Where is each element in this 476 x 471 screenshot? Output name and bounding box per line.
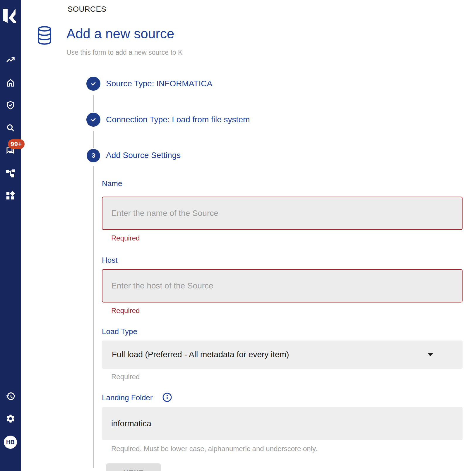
host-input[interactable] <box>102 269 463 302</box>
step-3-number: 3 <box>92 152 95 159</box>
step-1-label[interactable]: Source Type: INFORMATICA <box>106 77 212 91</box>
next-button[interactable]: NEXT <box>106 463 161 471</box>
step-connector <box>93 131 94 148</box>
chevron-down-icon <box>427 353 433 356</box>
name-input[interactable] <box>102 197 463 230</box>
landing-folder-helper: Required. Must be lower case, alphanumer… <box>111 445 317 453</box>
step-2-label[interactable]: Connection Type: Load from file system <box>106 113 250 127</box>
search-icon[interactable] <box>4 121 17 135</box>
breadcrumb: SOURCES <box>68 5 106 14</box>
step-1-check-icon[interactable] <box>86 77 100 91</box>
host-field-label: Host <box>102 256 117 265</box>
name-required-error: Required <box>111 234 140 242</box>
active-step-connector <box>93 166 94 468</box>
user-avatar[interactable]: HB <box>4 436 17 449</box>
notification-badge: 99+ <box>8 139 25 149</box>
dashboard-icon[interactable] <box>4 189 17 202</box>
shield-check-icon[interactable] <box>4 99 17 112</box>
host-required-error: Required <box>111 307 140 315</box>
load-type-helper: Required <box>111 373 140 381</box>
step-connector <box>93 95 94 112</box>
history-icon[interactable] <box>4 390 17 403</box>
sidebar: 99+ HB <box>0 0 21 471</box>
page-subtitle: Use this form to add a new source to K <box>66 49 182 56</box>
hierarchy-icon[interactable] <box>4 166 17 180</box>
info-icon[interactable] <box>162 392 172 403</box>
name-field-label: Name <box>102 179 122 188</box>
step-3-circle[interactable]: 3 <box>87 149 100 162</box>
settings-gear-icon[interactable] <box>4 412 17 425</box>
home-icon[interactable] <box>4 76 17 90</box>
page-title: Add a new source <box>66 26 174 42</box>
step-2-check-icon[interactable] <box>86 113 100 127</box>
landing-folder-label: Landing Folder <box>102 393 153 402</box>
load-type-selected-value: Full load (Preferred - All metadata for … <box>112 350 289 359</box>
database-icon <box>37 25 52 46</box>
main-content: SOURCES Add a new source Use this form t… <box>21 0 476 471</box>
load-type-label: Load Type <box>102 327 137 336</box>
landing-folder-input[interactable] <box>102 407 463 440</box>
app-logo-k[interactable] <box>3 8 16 23</box>
step-3-label[interactable]: Add Source Settings <box>106 149 181 162</box>
load-type-select[interactable]: Full load (Preferred - All metadata for … <box>102 341 463 369</box>
trending-icon[interactable] <box>4 53 17 66</box>
